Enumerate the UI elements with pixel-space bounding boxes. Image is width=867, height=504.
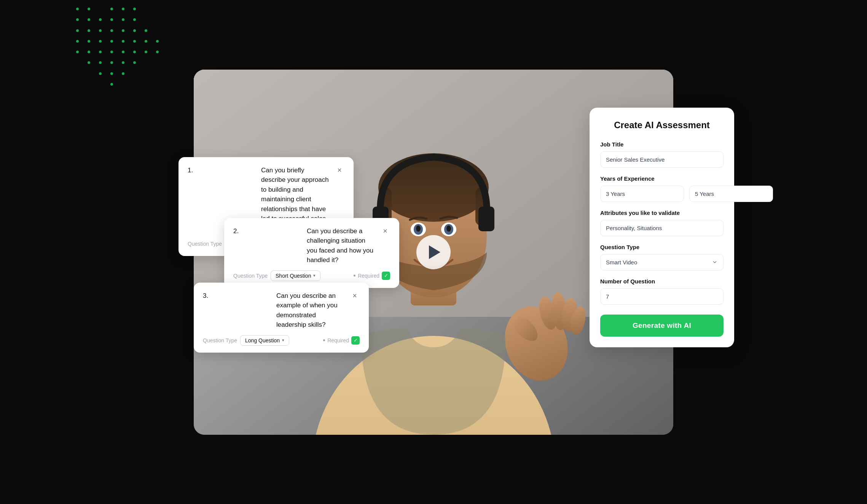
question-type-dropdown-3[interactable]: Long Question ▾ — [240, 335, 289, 346]
dot — [133, 40, 136, 43]
question-2-footer: Question Type Short Question ▾ Required … — [233, 270, 390, 281]
question-type-select[interactable]: Smart Video Short Question Long Question — [600, 254, 724, 270]
generate-with-ai-button[interactable]: Generate with AI — [600, 315, 724, 337]
number-of-question-input[interactable] — [600, 288, 724, 305]
chevron-down-icon-3: ▾ — [282, 338, 284, 343]
max-years-input[interactable] — [689, 186, 773, 202]
dot — [122, 18, 124, 21]
dot — [145, 29, 147, 32]
min-years-input[interactable] — [600, 186, 684, 202]
dot — [122, 8, 124, 10]
question-3-footer: Question Type Long Question ▾ Required ✓ — [203, 335, 360, 346]
question-type-label-1: Question Type — [188, 241, 222, 247]
dot — [110, 40, 113, 43]
required-checkbox-3[interactable]: ✓ — [351, 336, 360, 345]
dot — [133, 18, 136, 21]
dot — [88, 40, 90, 43]
dot — [110, 51, 113, 53]
svg-point-10 — [416, 226, 421, 232]
question-2-header: 2. Can you describe a challenging situat… — [233, 226, 390, 265]
dot — [122, 61, 124, 64]
question-3-body: Can you describe an example of when you … — [276, 291, 345, 330]
play-button[interactable] — [416, 235, 451, 269]
dot — [88, 18, 90, 21]
question-2-required: Required ✓ — [354, 272, 390, 280]
dot — [110, 29, 113, 32]
dot — [122, 40, 124, 43]
question-3-text: 3. — [203, 291, 272, 301]
dot — [110, 83, 113, 86]
question-card-3: 3. Can you describe an example of when y… — [194, 283, 369, 353]
svg-point-5 — [378, 153, 489, 222]
question-type-panel-label: Question Type — [600, 244, 724, 250]
dot — [88, 51, 90, 53]
question-3-required: Required ✓ — [323, 336, 360, 345]
years-of-experience-field-group: Years of Experience — [600, 175, 724, 202]
dot — [145, 40, 147, 43]
required-checkbox-2[interactable]: ✓ — [382, 272, 390, 280]
question-3-header: 3. Can you describe an example of when y… — [203, 291, 360, 330]
job-title-field-group: Job Title — [600, 141, 724, 168]
dot — [122, 51, 124, 53]
dot — [76, 8, 79, 10]
dot — [133, 29, 136, 32]
dot — [99, 72, 102, 75]
job-title-label: Job Title — [600, 141, 724, 148]
ai-assessment-panel: Create AI Assessment Job Title Years of … — [590, 108, 734, 347]
question-1-close-button[interactable]: × — [335, 165, 344, 175]
required-dot-2 — [354, 275, 355, 277]
dot — [99, 40, 102, 43]
dot — [76, 40, 79, 43]
dot — [156, 51, 159, 53]
attributes-input[interactable] — [600, 220, 724, 236]
dot — [76, 18, 79, 21]
dot — [122, 29, 124, 32]
years-row — [600, 186, 724, 202]
dot — [133, 51, 136, 53]
dot — [156, 40, 159, 43]
question-3-close-button[interactable]: × — [350, 291, 360, 301]
attributes-field-group: Attributes you like to validate — [600, 210, 724, 236]
dot — [88, 8, 90, 10]
question-1-text: 1. — [188, 165, 257, 175]
chevron-down-icon-2: ▾ — [313, 273, 316, 278]
dot — [110, 72, 113, 75]
dot — [99, 18, 102, 21]
attributes-label: Attributes you like to validate — [600, 210, 724, 216]
years-of-experience-label: Years of Experience — [600, 175, 724, 182]
dot — [99, 61, 102, 64]
dot — [99, 29, 102, 32]
svg-rect-15 — [478, 207, 494, 231]
dot — [110, 61, 113, 64]
dot — [76, 51, 79, 53]
dot — [122, 72, 124, 75]
question-type-label-2: Question Type — [233, 273, 268, 279]
dot — [110, 18, 113, 21]
question-type-label-3: Question Type — [203, 337, 237, 343]
dot — [133, 8, 136, 10]
question-type-dropdown-2[interactable]: Short Question ▾ — [271, 270, 320, 281]
question-2-text: 2. — [233, 226, 302, 236]
dot — [145, 51, 147, 53]
dot — [88, 29, 90, 32]
svg-point-13 — [446, 226, 451, 232]
dot — [88, 61, 90, 64]
question-2-body: Can you describe a challenging situation… — [307, 226, 376, 265]
question-type-value-2: Short Question — [276, 273, 311, 279]
question-type-field-group: Question Type Smart Video Short Question… — [600, 244, 724, 270]
main-container: 1. Can you briefly describe your approac… — [194, 70, 673, 435]
dot — [133, 61, 136, 64]
dot — [99, 51, 102, 53]
number-of-question-label: Number of Question — [600, 278, 724, 285]
question-type-value-3: Long Question — [245, 337, 280, 343]
dot — [76, 29, 79, 32]
question-2-close-button[interactable]: × — [380, 226, 390, 236]
dot — [110, 8, 113, 10]
required-dot-3 — [323, 339, 325, 341]
required-label-3: Required — [327, 337, 349, 343]
number-of-question-field-group: Number of Question — [600, 278, 724, 305]
dot-pattern-decoration — [76, 8, 160, 91]
question-card-2: 2. Can you describe a challenging situat… — [224, 218, 399, 288]
job-title-input[interactable] — [600, 151, 724, 168]
required-label-2: Required — [358, 273, 379, 279]
